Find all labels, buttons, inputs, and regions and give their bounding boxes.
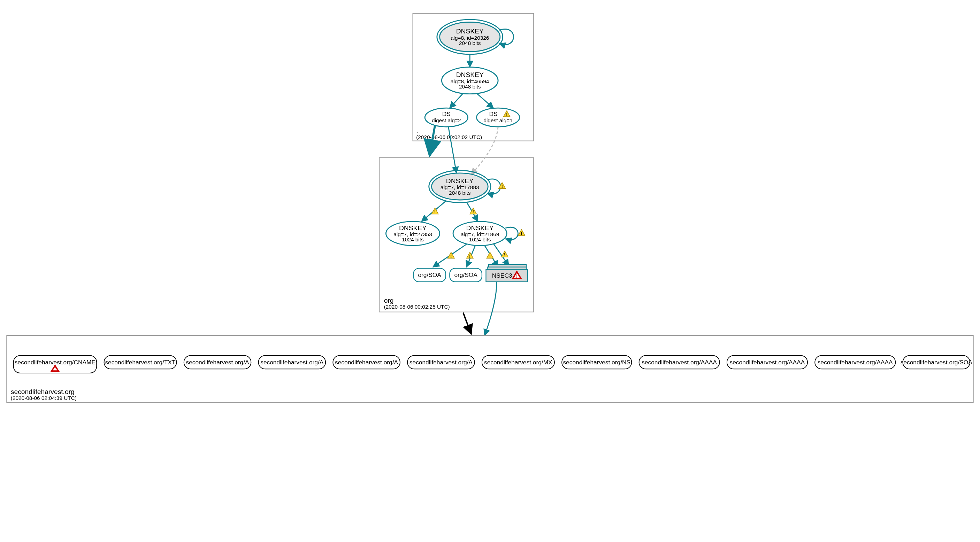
record-node: secondlifeharvest.org/MX — [482, 356, 554, 369]
svg-text:2048 bits: 2048 bits — [459, 84, 481, 89]
zone-root: . (2020-08-06 00:02:02 UTC) DNSKEY alg=8… — [413, 14, 534, 141]
org-nsec3-node: NSEC3 ! — [486, 264, 527, 282]
warning-icon: ! — [501, 251, 508, 257]
zone-root-label: . — [416, 127, 418, 134]
root-zsk-node: DNSKEY alg=8, id=46594 2048 bits — [442, 67, 498, 94]
svg-text:secondlifeharvest.org/A: secondlifeharvest.org/A — [409, 359, 473, 366]
record-node: secondlifeharvest.org/AAAA — [815, 356, 895, 369]
svg-text:secondlifeharvest.org/A: secondlifeharvest.org/A — [260, 359, 324, 366]
svg-text:secondlifeharvest.org/SOA: secondlifeharvest.org/SOA — [900, 359, 973, 366]
warning-icon: ! — [431, 208, 438, 214]
svg-text:!: ! — [489, 254, 491, 259]
zone-org-label: org — [384, 297, 394, 304]
record-node: secondlifeharvest.org/NS — [562, 356, 632, 369]
svg-text:!: ! — [521, 230, 522, 236]
svg-text:1024 bits: 1024 bits — [469, 237, 491, 242]
org-soa1-node: org/SOA — [413, 268, 445, 282]
svg-text:NSEC3: NSEC3 — [492, 272, 512, 279]
svg-text:!: ! — [506, 112, 508, 117]
svg-text:DNSKEY: DNSKEY — [456, 71, 484, 78]
zone-domain-label: secondlifeharvest.org — [11, 388, 75, 395]
root-ksk-node: DNSKEY alg=8, id=20326 2048 bits — [437, 19, 514, 54]
record-node: secondlifeharvest.org/A — [407, 356, 475, 369]
svg-text:secondlifeharvest.org/MX: secondlifeharvest.org/MX — [484, 359, 552, 366]
svg-text:secondlifeharvest.org/A: secondlifeharvest.org/A — [335, 359, 398, 366]
svg-text:secondlifeharvest.org/AAAA: secondlifeharvest.org/AAAA — [730, 359, 805, 366]
svg-text:digest alg=2: digest alg=2 — [432, 118, 461, 123]
svg-text:!: ! — [469, 254, 471, 259]
record-node: secondlifeharvest.org/AAAA — [639, 356, 720, 369]
svg-text:2048 bits: 2048 bits — [449, 190, 471, 196]
svg-text:!: ! — [450, 254, 452, 259]
svg-text:DS: DS — [442, 110, 450, 118]
svg-text:org/SOA: org/SOA — [454, 271, 477, 278]
record-node: secondlifeharvest.org/A — [259, 356, 326, 369]
svg-text:!: ! — [54, 367, 56, 371]
zone-domain: secondlifeharvest.org (2020-08-06 02:04:… — [6, 335, 973, 403]
org-ksk-node: DNSKEY alg=7, id=17883 2048 bits ! — [429, 170, 506, 202]
org-soa2-node: org/SOA — [450, 268, 482, 282]
record-node: secondlifeharvest.org/TXT — [104, 356, 177, 369]
svg-text:secondlifeharvest.org/AAAA: secondlifeharvest.org/AAAA — [818, 359, 893, 366]
svg-text:DNSKEY: DNSKEY — [456, 27, 484, 35]
record-node: secondlifeharvest.org/CNAME ! — [14, 356, 97, 373]
record-node: secondlifeharvest.org/A — [333, 356, 400, 369]
record-node: secondlifeharvest.org/A — [184, 356, 251, 369]
svg-text:!: ! — [516, 273, 518, 279]
svg-text:secondlifeharvest.org/NS: secondlifeharvest.org/NS — [563, 359, 630, 366]
record-node: secondlifeharvest.org/AAAA — [727, 356, 808, 369]
svg-text:2048 bits: 2048 bits — [459, 40, 481, 46]
svg-text:DNSKEY: DNSKEY — [446, 177, 474, 184]
svg-text:DS: DS — [489, 110, 498, 118]
svg-text:!: ! — [501, 184, 503, 189]
svg-text:digest alg=1: digest alg=1 — [484, 118, 512, 123]
svg-text:!: ! — [504, 252, 506, 257]
warning-icon: ! — [487, 252, 493, 259]
svg-text:secondlifeharvest.org/AAAA: secondlifeharvest.org/AAAA — [641, 359, 717, 366]
org-zsk1-node: DNSKEY alg=7, id=27353 1024 bits — [386, 221, 439, 246]
warning-icon: ! — [518, 230, 525, 236]
org-zsk2-node: DNSKEY alg=7, id=21869 1024 bits ! — [453, 221, 525, 246]
svg-text:!: ! — [434, 209, 436, 214]
svg-text:!: ! — [473, 209, 474, 214]
root-ds2-node: DS digest alg=1 ! — [476, 108, 519, 127]
record-node: secondlifeharvest.org/SOA — [900, 356, 973, 369]
zone-org-timestamp: (2020-08-06 00:02:25 UTC) — [384, 304, 450, 310]
svg-text:org/SOA: org/SOA — [418, 271, 441, 278]
zone-domain-timestamp: (2020-08-06 02:04:39 UTC) — [11, 395, 77, 401]
svg-text:DNSKEY: DNSKEY — [466, 224, 494, 232]
zone-root-timestamp: (2020-08-06 00:02:02 UTC) — [416, 134, 482, 140]
root-ds1-node: DS digest alg=2 — [425, 108, 468, 127]
svg-text:secondlifeharvest.org/A: secondlifeharvest.org/A — [186, 359, 249, 366]
svg-text:DNSKEY: DNSKEY — [399, 224, 426, 232]
svg-text:secondlifeharvest.org/TXT: secondlifeharvest.org/TXT — [105, 359, 176, 366]
svg-text:1024 bits: 1024 bits — [402, 237, 424, 242]
dnssec-diagram: . (2020-08-06 00:02:02 UTC) DNSKEY alg=8… — [0, 0, 980, 542]
zone-org: org (2020-08-06 00:02:25 UTC) DNSKEY alg… — [379, 126, 534, 312]
